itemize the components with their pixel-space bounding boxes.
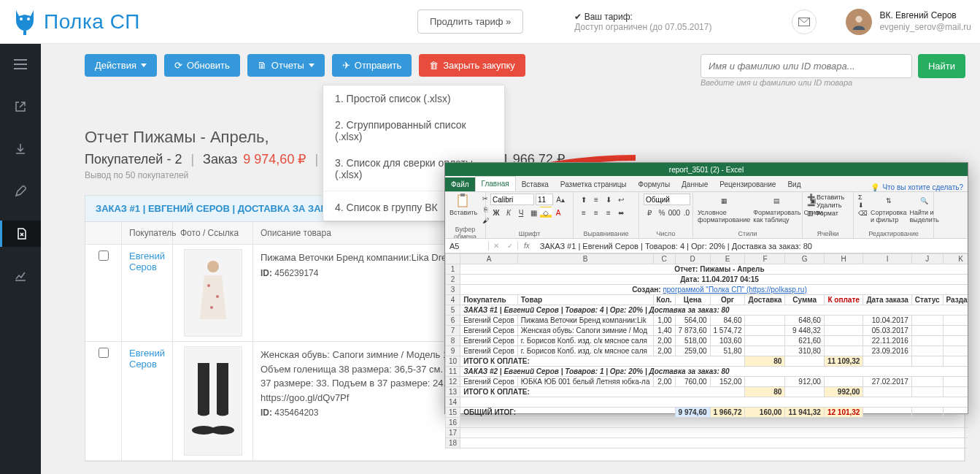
svg-point-0: [20, 18, 23, 20]
svg-point-7: [216, 295, 219, 298]
autosum[interactable]: Σ: [858, 194, 868, 201]
format-as-table[interactable]: ▤Форматировать как таблицу: [753, 194, 800, 223]
format-cells[interactable]: ▥Формат: [807, 210, 849, 217]
formula-bar[interactable]: ЗАКАЗ #1 | Евгений Серов | Товаров: 4 | …: [536, 242, 968, 251]
nav-report[interactable]: [0, 221, 41, 247]
table-icon: ▤: [770, 194, 784, 208]
underline-icon[interactable]: Ч: [515, 207, 527, 218]
fx-icon[interactable]: fx: [518, 242, 536, 250]
menu-toggle[interactable]: [0, 51, 41, 77]
actions-dropdown[interactable]: Действия: [85, 54, 157, 77]
row-checkbox[interactable]: [99, 251, 109, 261]
refresh-button[interactable]: ⟳ Обновить: [164, 54, 240, 77]
enter-icon[interactable]: ✓: [507, 242, 513, 250]
find-select[interactable]: 🔍Найти и выделить: [909, 194, 938, 223]
excel-tab-insert[interactable]: Вставка: [516, 177, 555, 191]
wrap-text-icon[interactable]: ↩: [615, 194, 627, 205]
extend-tariff-button[interactable]: Продлить тариф »: [417, 9, 523, 34]
cell-reference[interactable]: A5: [445, 242, 489, 251]
find-icon: 🔍: [917, 194, 932, 208]
bold-icon[interactable]: Ж: [490, 207, 502, 218]
edit-icon: [15, 186, 26, 197]
refresh-icon: ⟳: [174, 60, 182, 71]
fill[interactable]: ⬇: [858, 202, 868, 209]
delete-cells[interactable]: ➖Удалить: [807, 202, 849, 209]
search-input[interactable]: [701, 54, 912, 78]
excel-window: report_3501 (2) - Excel Файл Главная Вст…: [444, 162, 968, 414]
send-icon: ✈: [342, 60, 350, 71]
th-photo: Фото / Ссылка: [173, 222, 253, 244]
font-name-select[interactable]: [490, 194, 534, 205]
excel-tab-home[interactable]: Главная: [475, 176, 516, 191]
tell-me[interactable]: 💡Что вы хотите сделать?: [871, 183, 963, 191]
comma-icon[interactable]: 000: [668, 207, 680, 218]
cat-icon: [10, 7, 39, 37]
product-photo[interactable]: [184, 249, 242, 337]
fill-icon: ⬇: [858, 202, 864, 209]
merge-icon[interactable]: ⬌: [615, 207, 627, 218]
report-title: Отчет Пижамы - Апрель,: [85, 128, 965, 147]
excel-tab-view[interactable]: Вид: [782, 177, 806, 191]
nav-download[interactable]: [0, 136, 41, 162]
svg-point-8: [210, 306, 213, 309]
sort-filter[interactable]: ⇅Сортировка и фильтр: [871, 194, 906, 223]
th-buyer: Покупатель: [122, 222, 173, 244]
excel-tab-review[interactable]: Рецензирование: [714, 177, 782, 191]
font-color-icon[interactable]: A: [552, 207, 564, 218]
clear[interactable]: ⌫: [858, 210, 868, 217]
report-grouped-xlsx[interactable]: 2. Сгруппированный список (.xlsx): [323, 112, 504, 150]
search-button[interactable]: Найти: [918, 54, 965, 78]
increase-font-icon[interactable]: A▴: [555, 194, 566, 205]
align-top-icon[interactable]: ⬆: [578, 194, 590, 205]
row-checkbox[interactable]: [99, 348, 109, 358]
product-photo[interactable]: [184, 346, 242, 456]
excel-tab-formulas[interactable]: Формулы: [633, 177, 676, 191]
excel-grid[interactable]: ABCDEFGHIJK 1Отчет: Пижамы - Апрель 2Дат…: [445, 253, 968, 448]
inc-decimal-icon[interactable]: .0: [681, 207, 692, 218]
insert-cells[interactable]: ➕Вставить: [807, 194, 849, 201]
svg-point-5: [207, 261, 219, 272]
clear-icon: ⌫: [858, 210, 868, 217]
report-simple-xlsx[interactable]: 1. Простой список (.xlsx): [323, 85, 504, 112]
lightbulb-icon: 💡: [871, 183, 879, 191]
chart-icon: [15, 270, 26, 282]
sort-icon: ⇅: [881, 194, 896, 208]
align-center-icon[interactable]: ≡: [590, 207, 602, 218]
nav-chart[interactable]: [0, 263, 41, 289]
percent-icon[interactable]: %: [656, 207, 668, 218]
nav-edit[interactable]: [0, 178, 41, 204]
align-right-icon[interactable]: ≡: [603, 207, 614, 218]
currency-icon[interactable]: ₽: [644, 207, 655, 218]
font-size-select[interactable]: [536, 194, 553, 205]
svg-point-6: [207, 284, 210, 287]
fill-color-icon[interactable]: ◇: [540, 207, 552, 218]
file-x-icon: [16, 228, 28, 240]
svg-rect-11: [458, 195, 467, 207]
align-left-icon[interactable]: ≡: [578, 207, 590, 218]
excel-tab-layout[interactable]: Разметка страницы: [555, 177, 633, 191]
italic-icon[interactable]: К: [503, 207, 514, 218]
user-menu[interactable]: ВК. Евгений Серов evgeniy_serov@mail.ru: [846, 9, 971, 35]
number-format-select[interactable]: [644, 194, 690, 205]
envelope-icon: [798, 18, 810, 26]
border-icon[interactable]: ▦: [528, 207, 539, 218]
close-purchase-button[interactable]: 🗑 Закрыть закупку: [419, 54, 525, 77]
conditional-formatting[interactable]: ▦Условное форматирование: [698, 194, 750, 223]
send-button[interactable]: ✈ Отправить: [332, 54, 412, 77]
align-middle-icon[interactable]: ≡: [590, 194, 602, 205]
mail-button[interactable]: [792, 9, 817, 34]
excel-tab-data[interactable]: Данные: [676, 177, 714, 191]
align-bottom-icon[interactable]: ⬇: [603, 194, 614, 205]
paste-button[interactable]: Вставить: [450, 194, 477, 216]
nav-external[interactable]: [0, 93, 41, 120]
svg-point-4: [856, 15, 863, 22]
buyer-link[interactable]: Евгений Серов: [129, 251, 165, 272]
cancel-icon[interactable]: ✕: [493, 242, 499, 250]
external-link-icon: [15, 101, 26, 112]
download-icon: [15, 143, 26, 155]
cond-format-icon: ▦: [717, 194, 731, 208]
sum-icon: Σ: [858, 194, 863, 201]
excel-tab-file[interactable]: Файл: [445, 177, 475, 191]
buyer-link[interactable]: Евгений Серов: [129, 348, 165, 370]
reports-dropdown[interactable]: 🗎 Отчеты: [247, 54, 325, 77]
